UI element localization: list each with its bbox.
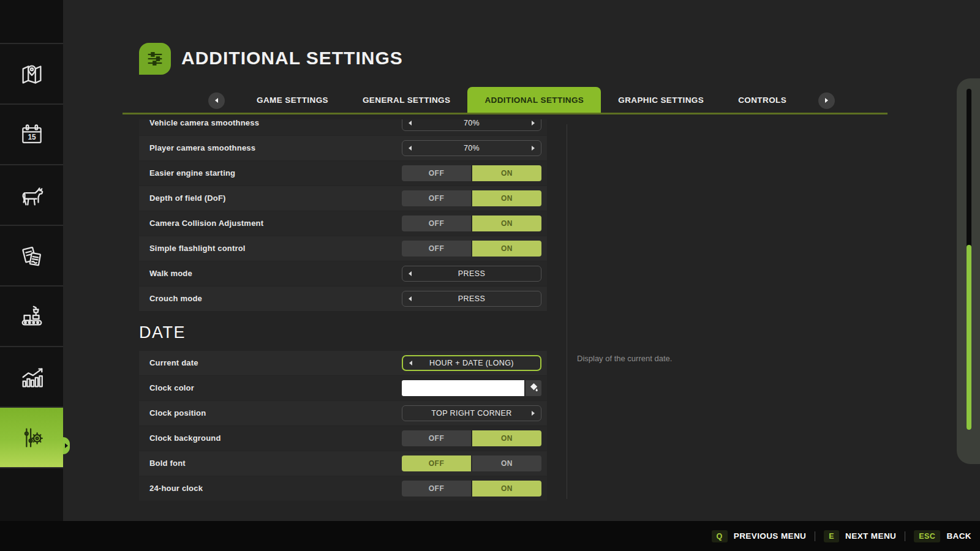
setting-row: Vehicle camera smoothness70% [139,119,547,135]
setting-row: Walk modePRESS [139,261,547,286]
toggle-on-button[interactable]: ON [472,430,541,446]
stepper-decrease-icon [409,271,412,276]
section-heading: DATE [139,312,547,351]
setting-control [402,380,541,396]
tab-additional-settings[interactable]: ADDITIONAL SETTINGS [467,87,601,114]
setting-label: Depth of field (DoF) [149,186,226,211]
key-hint-back[interactable]: ESCBACK [914,530,971,542]
setting-row: Camera Collision AdjustmentOFFON [139,211,547,236]
toggle-off-button[interactable]: OFF [402,216,471,231]
sidebar-item-calendar[interactable]: 15 [0,103,63,164]
setting-control: OFFON [402,216,541,231]
stepper-increase-button[interactable] [532,411,535,416]
setting-row: Bold fontOFFON [139,451,547,476]
setting-label: Current date [149,351,198,375]
stepper-increase-button[interactable] [532,146,535,151]
stepper-increase-button[interactable] [532,121,535,126]
setting-row: Current dateHOUR + DATE (LONG) [139,351,547,375]
hint-divider [815,531,815,541]
toggle-off-button[interactable]: OFF [402,165,471,181]
setting-row: Player camera smoothness70% [139,136,547,160]
toggle-on-button[interactable]: ON [472,481,541,497]
key-hint-previous-menu[interactable]: QPREVIOUS MENU [712,530,807,542]
key-hint-label: PREVIOUS MENU [734,531,806,541]
notch-arrow-icon [65,443,68,448]
active-item-notch [63,437,70,454]
toggle-on-button[interactable]: ON [472,241,541,257]
setting-label: Vehicle camera smoothness [149,119,259,135]
stepper-decrease-button[interactable] [409,296,412,301]
setting-row: Easier engine startingOFFON [139,161,547,186]
setting-label: Bold font [149,451,186,476]
tab-bar: GAME SETTINGSGENERAL SETTINGSADDITIONAL … [208,87,835,114]
scrollbar-thumb[interactable] [967,245,971,430]
sidebar-item-contracts[interactable] [0,225,63,285]
sidebar-top-spacer [0,0,63,43]
color-swatch[interactable] [402,380,524,396]
tab-underline [123,113,888,114]
sidebar-item-statistics[interactable] [0,346,63,407]
setting-row: Clock color [139,376,547,400]
toggle-off-button[interactable]: OFF [402,430,471,446]
sidebar-item-settings[interactable] [0,407,63,467]
scrollbar-track[interactable] [967,89,971,430]
setting-label: Camera Collision Adjustment [149,211,263,236]
contracts-icon [18,242,46,270]
setting-row: Crouch modePRESS [139,287,547,311]
tab-game-settings[interactable]: GAME SETTINGS [239,87,345,114]
tab-general-settings[interactable]: GENERAL SETTINGS [345,87,467,114]
setting-row: Simple flashlight controlOFFON [139,236,547,261]
paint-bucket-icon [529,383,538,394]
key-hint-next-menu[interactable]: ENEXT MENU [824,530,896,542]
setting-control: PRESS [402,266,541,282]
stepper-control[interactable]: PRESS [402,266,541,282]
additional-settings-screen: 15 ADDITIONAL SETTINGS GAME SETTINGSGENE… [0,0,980,551]
setting-label: Crouch mode [149,287,202,311]
stepper-control[interactable]: TOP RIGHT CORNER [402,405,541,421]
settings-list: Vehicle camera smoothness70%Player camer… [139,119,547,501]
stepper-control[interactable]: 70% [402,119,541,131]
setting-label: Simple flashlight control [149,236,246,261]
sidebar-item-production[interactable] [0,285,63,346]
stepper-value: 70% [464,144,480,152]
setting-control: OFFON [402,190,541,206]
stepper-decrease-button[interactable] [409,361,412,365]
svg-text:15: 15 [28,133,36,141]
sidebar-item-map[interactable] [0,43,63,103]
setting-label: Player camera smoothness [149,136,255,160]
tab-graphic-settings[interactable]: GRAPHIC SETTINGS [601,87,721,114]
toggle-on-button[interactable]: ON [472,165,541,181]
color-picker-button[interactable] [526,380,541,396]
toggle-on-button[interactable]: ON [472,216,541,231]
settings-sliders-icon [139,43,171,75]
sidebar-item-animals[interactable] [0,164,63,225]
stepper-control[interactable]: 70% [402,140,541,156]
tabs-previous-arrow-icon[interactable] [208,92,225,109]
setting-control: 70% [402,119,541,131]
stepper-increase-icon [532,121,535,126]
toggle-off-button[interactable]: OFF [402,241,471,257]
setting-control: OFFON [402,165,541,181]
stepper-value: 70% [464,119,480,127]
toggle-on-button[interactable]: ON [472,190,541,206]
stepper-decrease-icon [409,296,412,301]
stepper-value: HOUR + DATE (LONG) [429,359,514,367]
stepper-value: PRESS [458,269,485,278]
key-chip: E [824,530,839,542]
toggle-off-button[interactable]: OFF [402,481,471,497]
setting-label: 24-hour clock [149,476,203,501]
stepper-control[interactable]: HOUR + DATE (LONG) [402,355,541,371]
tabs-next-arrow-icon[interactable] [818,92,835,109]
tab-controls[interactable]: CONTROLS [721,87,804,114]
setting-label: Walk mode [149,261,192,286]
toggle-on-button[interactable]: ON [472,455,541,471]
stepper-decrease-button[interactable] [409,121,412,126]
toggle-off-button[interactable]: OFF [402,190,471,206]
stepper-control[interactable]: PRESS [402,291,541,307]
stepper-decrease-button[interactable] [409,146,412,151]
setting-row: Clock backgroundOFFON [139,426,547,451]
setting-control: OFFON [402,241,541,257]
toggle-off-button[interactable]: OFF [402,455,471,471]
stepper-decrease-button[interactable] [409,271,412,276]
setting-label: Clock background [149,426,221,451]
